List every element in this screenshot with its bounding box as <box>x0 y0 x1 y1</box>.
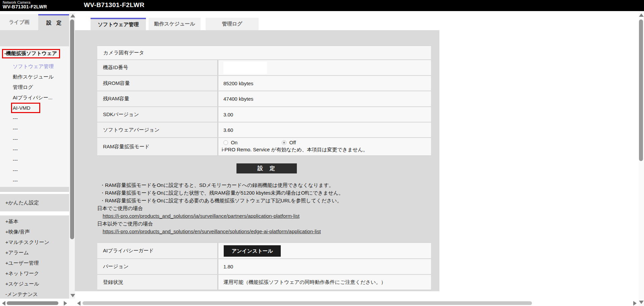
sidebar-group-user-mng[interactable]: +ユーザー管理 <box>0 258 70 268</box>
ram-value: 47400 kbytes <box>217 91 431 106</box>
radio-off-label: Off <box>288 140 296 145</box>
table-row-ram: 残RAM容量 47400 kbytes <box>97 91 431 107</box>
radio-on[interactable] <box>223 140 228 145</box>
table-row-ram-expansion: RAM容量拡張モード On Off i-PRO Remo. Service が有… <box>97 138 431 156</box>
camera-data-table: カメラ固有データ 機器ID番号 残ROM容量 85200 kbytes 残RAM… <box>97 45 431 156</box>
uninstall-button[interactable]: アンインストール <box>224 245 281 257</box>
software-version-value: 3.60 <box>217 122 431 137</box>
sidebar-menu-groups: +基本 +映像/音声 +マルチスクリーン +アラーム +ユーザー管理 +ネットワ… <box>0 215 70 299</box>
sidebar-scroll-right-icon[interactable] <box>64 301 67 306</box>
sidebar-group-image-audio[interactable]: +映像/音声 <box>0 226 70 237</box>
tab-admin-log-label: 管理ログ <box>222 21 243 27</box>
device-id-redacted-value <box>223 62 267 74</box>
sdk-version-label: SDKバージョン <box>97 107 217 122</box>
sdk-version-value: 3.00 <box>217 107 431 122</box>
radio-on-label: On <box>229 140 237 145</box>
camera-data-title: カメラ固有データ <box>103 50 144 56</box>
main-scroll-up-icon[interactable] <box>639 13 644 17</box>
rom-label: 残ROM容量 <box>97 76 217 91</box>
ram-expansion-value-cell: On Off i-PRO Remo. Service が有効なため、本項目は変更… <box>217 138 431 155</box>
table-row-registration-status: 登録状況 運用可能（機能拡張ソフトウェアの同時動作条件にご注意ください。） <box>97 275 431 290</box>
software-version-label: ソフトウェアバージョン <box>97 122 217 137</box>
japan-platform-link[interactable]: https://i-pro.com/products_and_solutions… <box>103 213 300 219</box>
radio-off[interactable] <box>282 140 286 145</box>
tab-software-management-label: ソフトウェア管理 <box>98 21 139 28</box>
ai-privacy-guard-label: AIプライバシーガード <box>97 243 217 258</box>
content-panel: カメラ固有データ 機器ID番号 残ROM容量 85200 kbytes 残RAM… <box>75 30 439 291</box>
tab-software-management[interactable]: ソフトウェア管理 <box>91 18 146 30</box>
sidebar-group-extension-software[interactable]: -機能拡張ソフトウェア <box>0 46 70 61</box>
sidebar-item-ai-vmd[interactable]: AI-VMD <box>0 103 70 113</box>
page-title: WV-B71301-F2LWR <box>84 1 145 9</box>
registration-status-value: 運用可能（機能拡張ソフトウェアの同時動作条件にご注意ください。） <box>217 275 431 290</box>
extension-software-highlight-box[interactable]: -機能拡張ソフトウェア <box>2 49 60 58</box>
notes-block: ・RAM容量拡張モードをOnに設定すると、SDメモリーカードへの録画機能は使用で… <box>100 181 343 235</box>
camera-brand: Network Camera WV-B71301-F2LWR <box>3 0 47 9</box>
table-row-sdk: SDKバージョン 3.00 <box>97 107 431 122</box>
sidebar-item-empty-5: --- <box>0 155 70 165</box>
sidebar-item-ai-privacy[interactable]: AIプライバシー... <box>0 92 70 103</box>
sidebar-item-empty-3: --- <box>0 134 70 144</box>
sidebar-item-empty-6: --- <box>0 165 70 175</box>
sidebar-tab-filler <box>0 30 70 46</box>
sidebar-vscrollbar-thumb[interactable] <box>70 19 74 239</box>
ai-privacy-guard-action-cell: アンインストール <box>217 243 431 258</box>
sidebar-group-network[interactable]: +ネットワーク <box>0 268 70 278</box>
sidebar-item-software-mng[interactable]: ソフトウェア管理 <box>0 61 70 71</box>
sidebar-item-empty-7: --- <box>0 175 70 186</box>
ai-vmd-highlight-box[interactable]: AI-VMD <box>11 103 40 113</box>
tab-operation-schedule-label: 動作スケジュール <box>154 21 195 27</box>
sidebar-group-basic[interactable]: +基本 <box>0 216 70 226</box>
note-bullet-2: ・RAM容量拡張モードをOnに設定した状態で、残RAM容量が51200 kbyt… <box>100 189 343 197</box>
quick-setup-label: +かんたん設定 <box>5 200 39 206</box>
sidebar-tab-live[interactable]: ライブ画 <box>0 14 38 30</box>
note-bullet-3: ・RAM容量拡張モードをOnに設定する必要のある機能拡張ソフトウェアは下記URL… <box>100 197 343 204</box>
main-scroll-down-icon[interactable] <box>639 301 644 304</box>
registration-status-label: 登録状況 <box>97 275 217 290</box>
brand-line2: WV-B71301-F2LWR <box>3 4 47 9</box>
sidebar-group-quick-setup[interactable]: +かんたん設定 <box>0 194 70 211</box>
sidebar-group-alarm[interactable]: +アラーム <box>0 247 70 258</box>
main-hscrollbar-thumb[interactable] <box>83 301 532 305</box>
sidebar-group-maintenance[interactable]: -メンテナンス <box>0 289 70 299</box>
japan-use-label: 日本でご使用の場合 <box>97 204 343 212</box>
sidebar-item-operation-schedule[interactable]: 動作スケジュール <box>0 71 70 82</box>
tab-admin-log[interactable]: 管理ログ <box>206 18 259 30</box>
sidebar-section-divider <box>0 187 70 192</box>
sidebar-group-multiscreen[interactable]: +マルチスクリーン <box>0 237 70 247</box>
application-table: AIプライバシーガード アンインストール バージョン 1.80 登録状況 運用可… <box>97 242 431 290</box>
camera-data-table-header: カメラ固有データ <box>97 46 431 60</box>
note-bullet-1: ・RAM容量拡張モードをOnに設定すると、SDメモリーカードへの録画機能は使用で… <box>100 181 343 189</box>
table-row-ai-privacy-guard: AIプライバシーガード アンインストール <box>97 243 431 259</box>
table-row-device-id: 機器ID番号 <box>97 60 431 76</box>
set-button[interactable]: 設 定 <box>236 163 297 173</box>
ram-label: 残RAM容量 <box>97 91 217 106</box>
rom-value: 85200 kbytes <box>217 76 431 91</box>
global-use-label: 日本以外でご使用の場合 <box>97 220 343 227</box>
table-row-app-version: バージョン 1.80 <box>97 259 431 275</box>
sidebar-tab-setup[interactable]: 設 定 <box>38 14 70 30</box>
table-row-software-version: ソフトウェアバージョン 3.60 <box>97 122 431 138</box>
sidebar-item-admin-log[interactable]: 管理ログ <box>0 82 70 92</box>
sidebar-scroll-down-icon[interactable] <box>70 294 75 297</box>
sidebar-tab-live-label: ライブ画 <box>9 19 29 26</box>
top-bar: Network Camera WV-B71301-F2LWR WV-B71301… <box>0 0 644 11</box>
main-scroll-left-icon[interactable] <box>77 301 80 306</box>
sidebar-scroll-up-icon[interactable] <box>70 14 75 17</box>
tab-operation-schedule[interactable]: 動作スケジュール <box>149 18 201 30</box>
sidebar-hscrollbar-thumb[interactable] <box>7 301 58 305</box>
sidebar-group-schedule[interactable]: +スケジュール <box>0 278 70 289</box>
sidebar-item-empty-4: --- <box>0 144 70 155</box>
main-scroll-right-icon[interactable] <box>633 301 637 306</box>
ram-expansion-label: RAM容量拡張モード <box>97 138 217 155</box>
main-vscrollbar-thumb[interactable] <box>639 19 643 161</box>
sidebar-item-empty-1: --- <box>0 113 70 123</box>
device-id-value-cell <box>217 60 431 75</box>
sidebar-scroll-left-icon[interactable] <box>2 301 5 306</box>
app-version-label: バージョン <box>97 259 217 274</box>
sidebar-menu-expanded: -機能拡張ソフトウェア ソフトウェア管理 動作スケジュール 管理ログ AIプライ… <box>0 46 70 187</box>
global-platform-link[interactable]: https://i-pro.com/products_and_solutions… <box>103 228 321 234</box>
device-id-label: 機器ID番号 <box>97 60 217 75</box>
sidebar-tab-setup-label: 設 定 <box>47 20 62 26</box>
ram-expansion-note: i-PRO Remo. Service が有効なため、本項目は変更できません。 <box>222 147 431 153</box>
